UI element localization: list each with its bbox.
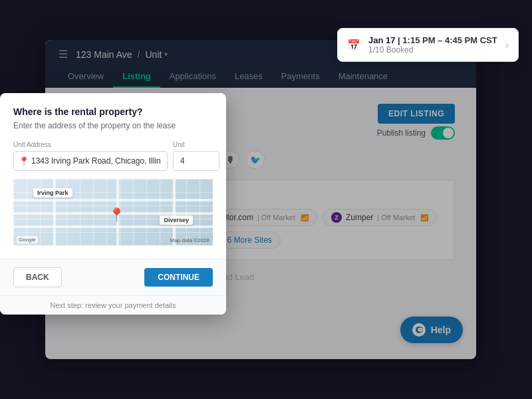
modal-body: Where is the rental property? Enter the … <box>0 93 226 259</box>
back-button[interactable]: BACK <box>13 267 62 287</box>
unit-label: Unit <box>173 141 213 148</box>
notification-time-range: 1:15 PM – 4:45 PM CST <box>402 35 497 45</box>
next-step-text: Next step: review your payment details <box>0 295 226 315</box>
unit-input[interactable] <box>173 151 219 171</box>
map-road-v3 <box>173 179 176 245</box>
notification-booked: 1/10 Booked <box>368 45 497 55</box>
modal-description: Enter the address of the property on the… <box>13 121 213 130</box>
address-wrapper: 📍 <box>13 151 168 171</box>
notification-card[interactable]: 📅 Jan 17 | 1:15 PM – 4:45 PM CST 1/10 Bo… <box>337 28 519 62</box>
modal-card: Where is the rental property? Enter the … <box>0 93 226 315</box>
calendar-icon: 📅 <box>347 39 360 51</box>
continue-button[interactable]: CONTINUE <box>144 268 213 287</box>
map-road-h3 <box>13 225 213 228</box>
map-data: Map data ©2026 <box>170 237 209 243</box>
map-label-diversey: Diversey <box>160 215 193 225</box>
modal-question: Where is the rental property? <box>13 106 213 117</box>
notification-date: Jan 17 <box>368 35 395 45</box>
address-form-row: Unit Address 📍 Unit <box>13 141 213 171</box>
map-road-h1 <box>13 199 213 201</box>
map-pin-icon: 📍 <box>108 207 125 223</box>
map-copyright: Google <box>17 236 38 243</box>
address-input[interactable] <box>13 151 168 171</box>
map-area: 📍 Irving Park Diversey Google Map data ©… <box>13 179 213 245</box>
notification-chevron-icon: › <box>505 39 509 51</box>
address-form-group: Unit Address 📍 <box>13 141 168 171</box>
location-icon: 📍 <box>19 156 29 166</box>
notification-time: Jan 17 | 1:15 PM – 4:45 PM CST <box>368 35 497 45</box>
notification-content: Jan 17 | 1:15 PM – 4:45 PM CST 1/10 Book… <box>368 35 497 55</box>
map-label-irvingpark: Irving Park <box>33 188 72 198</box>
map-background: 📍 Irving Park Diversey Google Map data ©… <box>13 179 213 245</box>
modal-footer: BACK CONTINUE <box>0 259 226 295</box>
unit-form-group: Unit <box>173 141 213 171</box>
address-label: Unit Address <box>13 141 168 148</box>
